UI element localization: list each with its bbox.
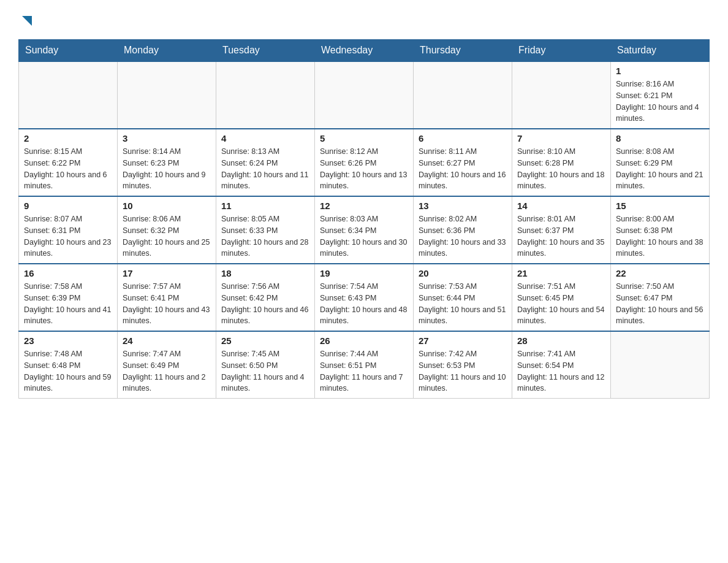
calendar-cell: 4Sunrise: 8:13 AMSunset: 6:24 PMDaylight…	[216, 129, 315, 196]
day-info: Sunrise: 7:53 AMSunset: 6:44 PMDaylight:…	[419, 281, 507, 327]
calendar-cell: 18Sunrise: 7:56 AMSunset: 6:42 PMDayligh…	[216, 264, 315, 331]
day-number: 13	[419, 201, 507, 211]
day-info: Sunrise: 8:11 AMSunset: 6:27 PMDaylight:…	[419, 146, 507, 192]
day-info: Sunrise: 8:12 AMSunset: 6:26 PMDaylight:…	[320, 146, 408, 192]
day-number: 4	[221, 133, 309, 144]
day-number: 15	[616, 201, 704, 211]
day-number: 1	[616, 66, 704, 76]
header-wednesday: Wednesday	[315, 40, 414, 62]
calendar-week-row: 1Sunrise: 8:16 AMSunset: 6:21 PMDaylight…	[19, 61, 710, 129]
day-info: Sunrise: 8:02 AMSunset: 6:36 PMDaylight:…	[419, 213, 507, 259]
header-tuesday: Tuesday	[216, 40, 315, 62]
calendar-cell: 19Sunrise: 7:54 AMSunset: 6:43 PMDayligh…	[315, 264, 414, 331]
day-info: Sunrise: 8:15 AMSunset: 6:22 PMDaylight:…	[24, 146, 112, 192]
day-number: 9	[24, 201, 112, 211]
day-info: Sunrise: 7:51 AMSunset: 6:45 PMDaylight:…	[517, 281, 605, 327]
calendar-cell	[611, 331, 710, 399]
day-info: Sunrise: 8:08 AMSunset: 6:29 PMDaylight:…	[616, 146, 704, 192]
header-monday: Monday	[118, 40, 216, 62]
day-info: Sunrise: 8:00 AMSunset: 6:38 PMDaylight:…	[616, 213, 704, 259]
day-number: 24	[123, 335, 211, 346]
day-number: 7	[517, 133, 605, 144]
day-number: 25	[221, 335, 309, 346]
day-info: Sunrise: 8:13 AMSunset: 6:24 PMDaylight:…	[221, 146, 309, 192]
day-info: Sunrise: 8:10 AMSunset: 6:28 PMDaylight:…	[517, 146, 605, 192]
day-number: 23	[24, 335, 112, 346]
calendar-week-row: 16Sunrise: 7:58 AMSunset: 6:39 PMDayligh…	[19, 264, 710, 331]
calendar-cell: 5Sunrise: 8:12 AMSunset: 6:26 PMDaylight…	[315, 129, 414, 196]
day-info: Sunrise: 7:42 AMSunset: 6:53 PMDaylight:…	[419, 348, 507, 394]
day-info: Sunrise: 8:16 AMSunset: 6:21 PMDaylight:…	[616, 79, 704, 124]
day-number: 22	[616, 268, 704, 278]
page-header	[18, 12, 710, 29]
logo-triangle-icon	[20, 13, 33, 27]
day-info: Sunrise: 7:57 AMSunset: 6:41 PMDaylight:…	[123, 281, 211, 327]
calendar-week-row: 9Sunrise: 8:07 AMSunset: 6:31 PMDaylight…	[19, 196, 710, 264]
day-number: 6	[419, 133, 507, 144]
day-info: Sunrise: 7:58 AMSunset: 6:39 PMDaylight:…	[24, 281, 112, 327]
calendar-cell: 11Sunrise: 8:05 AMSunset: 6:33 PMDayligh…	[216, 196, 315, 264]
calendar-table: Sunday Monday Tuesday Wednesday Thursday…	[18, 39, 710, 399]
calendar-cell: 8Sunrise: 8:08 AMSunset: 6:29 PMDaylight…	[611, 129, 710, 196]
day-number: 27	[419, 335, 507, 346]
calendar-cell: 1Sunrise: 8:16 AMSunset: 6:21 PMDaylight…	[611, 61, 710, 129]
calendar-cell: 6Sunrise: 8:11 AMSunset: 6:27 PMDaylight…	[414, 129, 512, 196]
calendar-cell: 13Sunrise: 8:02 AMSunset: 6:36 PMDayligh…	[414, 196, 512, 264]
calendar-cell: 28Sunrise: 7:41 AMSunset: 6:54 PMDayligh…	[512, 331, 611, 399]
day-number: 8	[616, 133, 704, 144]
calendar-cell: 17Sunrise: 7:57 AMSunset: 6:41 PMDayligh…	[118, 264, 216, 331]
header-friday: Friday	[512, 40, 611, 62]
calendar-cell	[19, 61, 118, 129]
day-info: Sunrise: 8:01 AMSunset: 6:37 PMDaylight:…	[517, 213, 605, 259]
calendar-cell: 24Sunrise: 7:47 AMSunset: 6:49 PMDayligh…	[118, 331, 216, 399]
day-number: 20	[419, 268, 507, 278]
calendar-cell: 16Sunrise: 7:58 AMSunset: 6:39 PMDayligh…	[19, 264, 118, 331]
day-info: Sunrise: 8:03 AMSunset: 6:34 PMDaylight:…	[320, 213, 408, 259]
calendar-cell	[414, 61, 512, 129]
calendar-cell: 25Sunrise: 7:45 AMSunset: 6:50 PMDayligh…	[216, 331, 315, 399]
day-number: 3	[123, 133, 211, 144]
calendar-cell: 22Sunrise: 7:50 AMSunset: 6:47 PMDayligh…	[611, 264, 710, 331]
calendar-cell: 3Sunrise: 8:14 AMSunset: 6:23 PMDaylight…	[118, 129, 216, 196]
day-info: Sunrise: 8:07 AMSunset: 6:31 PMDaylight:…	[24, 213, 112, 259]
day-number: 16	[24, 268, 112, 278]
calendar-cell: 27Sunrise: 7:42 AMSunset: 6:53 PMDayligh…	[414, 331, 512, 399]
calendar-cell: 15Sunrise: 8:00 AMSunset: 6:38 PMDayligh…	[611, 196, 710, 264]
calendar-cell	[512, 61, 611, 129]
day-number: 21	[517, 268, 605, 278]
day-info: Sunrise: 8:05 AMSunset: 6:33 PMDaylight:…	[221, 213, 309, 259]
day-number: 5	[320, 133, 408, 144]
weekday-header-row: Sunday Monday Tuesday Wednesday Thursday…	[19, 40, 710, 62]
day-info: Sunrise: 7:44 AMSunset: 6:51 PMDaylight:…	[320, 348, 408, 394]
day-info: Sunrise: 8:14 AMSunset: 6:23 PMDaylight:…	[123, 146, 211, 192]
day-number: 12	[320, 201, 408, 211]
logo	[18, 12, 33, 29]
day-number: 10	[123, 201, 211, 211]
calendar-cell: 12Sunrise: 8:03 AMSunset: 6:34 PMDayligh…	[315, 196, 414, 264]
day-info: Sunrise: 7:54 AMSunset: 6:43 PMDaylight:…	[320, 281, 408, 327]
day-number: 18	[221, 268, 309, 278]
calendar-cell: 7Sunrise: 8:10 AMSunset: 6:28 PMDaylight…	[512, 129, 611, 196]
day-info: Sunrise: 7:50 AMSunset: 6:47 PMDaylight:…	[616, 281, 704, 327]
calendar-cell: 10Sunrise: 8:06 AMSunset: 6:32 PMDayligh…	[118, 196, 216, 264]
header-thursday: Thursday	[414, 40, 512, 62]
calendar-cell	[315, 61, 414, 129]
calendar-cell: 26Sunrise: 7:44 AMSunset: 6:51 PMDayligh…	[315, 331, 414, 399]
day-info: Sunrise: 7:47 AMSunset: 6:49 PMDaylight:…	[123, 348, 211, 394]
calendar-week-row: 2Sunrise: 8:15 AMSunset: 6:22 PMDaylight…	[19, 129, 710, 196]
day-number: 14	[517, 201, 605, 211]
day-number: 28	[517, 335, 605, 346]
day-info: Sunrise: 7:56 AMSunset: 6:42 PMDaylight:…	[221, 281, 309, 327]
calendar-cell: 2Sunrise: 8:15 AMSunset: 6:22 PMDaylight…	[19, 129, 118, 196]
day-number: 19	[320, 268, 408, 278]
svg-marker-0	[22, 16, 32, 26]
day-number: 17	[123, 268, 211, 278]
day-info: Sunrise: 7:45 AMSunset: 6:50 PMDaylight:…	[221, 348, 309, 394]
calendar-cell: 9Sunrise: 8:07 AMSunset: 6:31 PMDaylight…	[19, 196, 118, 264]
day-info: Sunrise: 7:48 AMSunset: 6:48 PMDaylight:…	[24, 348, 112, 394]
calendar-cell: 21Sunrise: 7:51 AMSunset: 6:45 PMDayligh…	[512, 264, 611, 331]
header-saturday: Saturday	[611, 40, 710, 62]
day-number: 11	[221, 201, 309, 211]
calendar-cell: 14Sunrise: 8:01 AMSunset: 6:37 PMDayligh…	[512, 196, 611, 264]
day-info: Sunrise: 7:41 AMSunset: 6:54 PMDaylight:…	[517, 348, 605, 394]
